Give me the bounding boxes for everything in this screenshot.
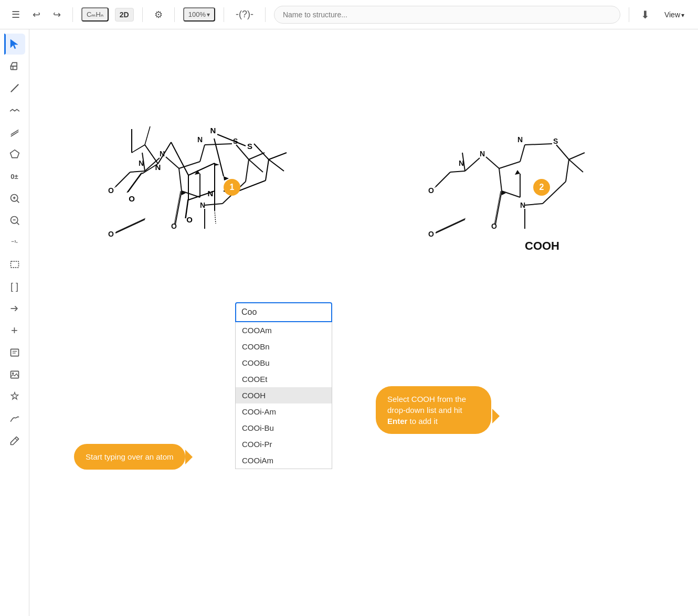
tool-zoom-out[interactable] [4, 210, 25, 231]
name-to-structure-input[interactable] [274, 6, 620, 24]
tool-erase[interactable] [4, 56, 25, 77]
dropdown-item[interactable]: COOBu [236, 355, 332, 371]
svg-line-118 [495, 191, 502, 225]
svg-line-4 [11, 84, 18, 91]
svg-line-68 [179, 162, 200, 168]
svg-line-97 [465, 158, 480, 171]
tool-s-group[interactable]: ⁻¹· [4, 232, 25, 253]
tool-select[interactable] [4, 34, 25, 55]
sidebar: 0± ⁻¹· [ ] + [0, 29, 29, 616]
tool-bond-double[interactable] [4, 122, 25, 143]
svg-line-72 [182, 191, 200, 197]
tool-image[interactable] [4, 364, 25, 385]
svg-text:N: N [197, 135, 203, 144]
tool-reactions[interactable] [4, 386, 25, 407]
svg-line-70 [200, 145, 205, 162]
image-tool-icon [9, 369, 20, 380]
view-button[interactable]: View [659, 7, 690, 22]
svg-line-61 [115, 219, 145, 233]
dropdown-item[interactable]: COOH [236, 387, 332, 403]
tool-freehand[interactable] [4, 408, 25, 429]
arrow-icon [9, 303, 20, 314]
formula-button[interactable]: CₘHₙ [81, 7, 109, 22]
svg-line-105 [502, 191, 520, 197]
svg-line-111 [525, 144, 552, 145]
dropdown-item[interactable]: COOi-Am [236, 403, 332, 420]
dropdown-item[interactable]: COOiAm [236, 452, 332, 469]
zoom-in-icon [9, 193, 20, 204]
svg-line-85 [175, 191, 182, 225]
canvas[interactable]: S N N N O O [29, 29, 698, 616]
tool-bond-single[interactable] [4, 78, 25, 99]
svg-line-60 [114, 173, 129, 188]
svg-text:N: N [517, 135, 523, 144]
menu-button[interactable]: ☰ [8, 6, 23, 24]
zoom-out-icon [9, 215, 20, 226]
svg-text:N: N [200, 201, 205, 209]
svg-line-14 [17, 222, 19, 225]
template-button[interactable]: -(?)- [232, 6, 257, 23]
dropdown-item[interactable]: COOBn [236, 338, 332, 355]
svg-line-115 [569, 153, 585, 160]
tool-charge[interactable]: 0± [4, 166, 25, 187]
tool-text[interactable] [4, 342, 25, 363]
tool-bond-chain[interactable] [4, 100, 25, 121]
step-badge-2: 2 [533, 179, 550, 196]
erase-icon [9, 61, 20, 71]
separator-1 [72, 7, 73, 22]
zoom-button[interactable]: 100% [183, 7, 215, 22]
svg-text:O: O [428, 230, 434, 238]
dropdown-item[interactable]: COOiBu [236, 469, 332, 469]
active-indicator [4, 34, 6, 55]
mode-2d-button[interactable]: 2D [115, 8, 134, 22]
settings-button[interactable]: ⚙ [151, 6, 166, 24]
rect-select-icon [9, 259, 20, 270]
svg-line-93 [435, 173, 449, 188]
dropdown-list[interactable]: COOAmCOOBnCOOBuCOOEtCOOHCOOi-AmCOOi-BuCO… [235, 322, 332, 469]
callout-start-typing: Start typing over an atom [74, 444, 185, 470]
tool-rect-select[interactable] [4, 254, 25, 275]
svg-line-11 [17, 200, 19, 203]
separator-4 [224, 7, 224, 22]
atom-input[interactable] [235, 302, 332, 322]
svg-line-71 [179, 168, 182, 191]
tool-arrow[interactable] [4, 298, 25, 319]
select-icon [9, 38, 20, 50]
svg-line-76 [205, 204, 223, 205]
svg-marker-7 [10, 150, 19, 158]
svg-text:COOH: COOH [525, 239, 559, 252]
svg-rect-17 [10, 349, 18, 356]
undo-button[interactable]: ↩ [29, 6, 44, 24]
dropdown-item[interactable]: COOi-Pr [236, 436, 332, 452]
tool-plus[interactable]: + [4, 320, 25, 341]
svg-marker-107 [515, 170, 520, 175]
svg-text:S: S [233, 137, 238, 145]
tool-ring-pentagon[interactable] [4, 144, 25, 165]
step-badge-1: 1 [224, 179, 240, 196]
double-bond-icon [9, 127, 20, 137]
tool-bracket[interactable]: [ ] [4, 276, 25, 297]
svg-line-109 [525, 204, 543, 205]
svg-marker-3 [10, 62, 17, 66]
svg-point-21 [12, 373, 14, 374]
svg-line-22 [15, 438, 17, 440]
dropdown-item[interactable]: COOEt [236, 371, 332, 387]
svg-line-78 [205, 144, 232, 145]
pen-icon [9, 436, 20, 446]
callout-select-cooh: Select COOH from the drop-down list and … [376, 386, 491, 434]
svg-text:N: N [520, 201, 525, 209]
tool-pen[interactable] [4, 430, 25, 451]
svg-line-104 [499, 168, 502, 191]
svg-rect-1 [10, 66, 17, 70]
svg-text:S: S [553, 137, 558, 145]
svg-line-95 [436, 218, 466, 232]
dropdown-item[interactable]: COOi-Bu [236, 420, 332, 436]
dropdown-item[interactable]: COOAm [236, 322, 332, 338]
separator-3 [174, 7, 175, 22]
svg-line-113 [566, 160, 569, 182]
svg-line-116 [569, 160, 583, 172]
download-button[interactable]: ⬇ [638, 5, 653, 24]
svg-line-100 [486, 157, 499, 168]
redo-button[interactable]: ↪ [50, 6, 64, 24]
tool-zoom-in[interactable] [4, 188, 25, 209]
